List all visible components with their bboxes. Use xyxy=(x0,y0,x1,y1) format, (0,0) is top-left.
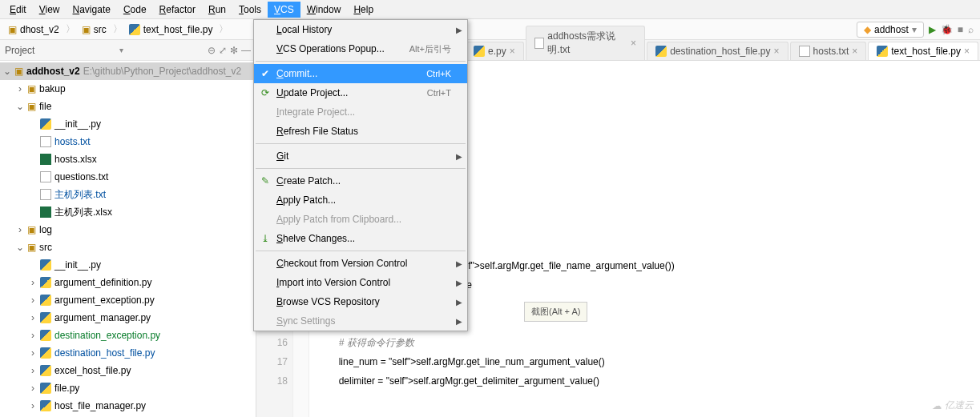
tree-item-log[interactable]: ›▣log xyxy=(0,221,256,239)
watermark: ☁ 亿速云 xyxy=(932,399,974,412)
tree-item-label: argument_exception.py xyxy=(54,295,155,306)
menu-view[interactable]: View xyxy=(33,2,67,18)
menu-edit[interactable]: Edit xyxy=(3,2,33,18)
tree-item-hosts.txt[interactable]: hosts.txt xyxy=(0,133,256,150)
close-icon[interactable]: × xyxy=(774,46,780,57)
text-icon xyxy=(40,171,51,182)
menu-help[interactable]: Help xyxy=(347,2,380,18)
menu-separator xyxy=(256,168,466,169)
search-everywhere-button[interactable]: ⌕ xyxy=(968,24,974,35)
tree-item-destination_host_file.py[interactable]: ›destination_host_file.py xyxy=(0,344,256,362)
tree-item-argument_exception.py[interactable]: ›argument_exception.py xyxy=(0,291,256,309)
collapse-all-icon[interactable]: ⊖ xyxy=(208,45,216,56)
tab-text_host_file.py[interactable]: text_host_file.py× xyxy=(868,42,978,60)
menu-refactor[interactable]: Refactor xyxy=(153,2,202,18)
tab-destination_host_file.py[interactable]: destination_host_file.py× xyxy=(647,42,788,60)
tab-label: addhosts需求说明.txt xyxy=(547,30,627,57)
tree-item-destination_exception.py[interactable]: ›destination_exception.py xyxy=(0,327,256,344)
breadcrumb-src[interactable]: ▣ src xyxy=(77,22,111,37)
chevron-down-icon: ⌄ xyxy=(3,66,11,77)
run-button[interactable]: ▶ xyxy=(929,24,936,35)
vcs-dropdown: Local History▶VCS Operations Popup...Alt… xyxy=(253,19,468,331)
stop-button[interactable]: ■ xyxy=(958,24,963,35)
chevron-icon: › xyxy=(29,277,37,288)
menu-vcs[interactable]: VCS xyxy=(268,2,300,18)
tree-item-__init__.py[interactable]: __init__.py xyxy=(0,256,256,274)
menu-run[interactable]: Run xyxy=(202,2,232,18)
project-root-row[interactable]: ⌄ ▣ addhost_v2 E:\github\Python_Project\… xyxy=(0,62,256,80)
tree-item-label: bakup xyxy=(39,83,66,94)
menu-item-local-history[interactable]: Local History▶ xyxy=(254,20,467,39)
menu-item-import-into-version-control[interactable]: Import into Version Control▶ xyxy=(254,273,467,292)
tree-item-label: 主机列表.xlsx xyxy=(54,206,112,219)
tree-item-label: destination_exception.py xyxy=(54,330,160,341)
close-icon[interactable]: × xyxy=(852,46,857,57)
menu-item-checkout-from-version-control[interactable]: Checkout from Version Control▶ xyxy=(254,254,467,273)
breadcrumb-file[interactable]: text_host_file.py xyxy=(124,22,218,37)
tree-item-file.py[interactable]: ›file.py xyxy=(0,379,256,397)
tree-item-label: hosts.xlsx xyxy=(54,154,97,165)
tree-item-__init__.py[interactable]: __init__.py xyxy=(0,115,256,133)
close-icon[interactable]: × xyxy=(510,46,515,57)
chevron-icon: › xyxy=(29,295,37,306)
python-icon xyxy=(40,259,51,271)
chevron-down-icon: ▾ xyxy=(912,24,917,35)
menu-tools[interactable]: Tools xyxy=(232,2,268,18)
run-toolbar: ◆ addhost ▾ ▶ 🐞 ■ ⌕ xyxy=(857,22,980,38)
menu-item-apply-patch-[interactable]: Apply Patch... xyxy=(254,190,467,210)
menu-item-label: Apply Patch from Clipboard... xyxy=(276,214,401,225)
project-root-name: addhost_v2 xyxy=(26,66,80,77)
menu-item-vcs-operations-popup-[interactable]: VCS Operations Popup...Alt+后引号 xyxy=(254,39,467,58)
tab-hosts.txt[interactable]: hosts.txt× xyxy=(790,42,867,60)
python-icon xyxy=(40,400,51,411)
tree-item-主机列表.xlsx[interactable]: 主机列表.xlsx xyxy=(0,203,256,221)
tree-item-hosts.xlsx[interactable]: hosts.xlsx xyxy=(0,150,256,168)
run-config-selector[interactable]: ◆ addhost ▾ xyxy=(857,22,924,38)
chevron-icon: › xyxy=(29,330,37,341)
menu-code[interactable]: Code xyxy=(117,2,153,18)
folder-icon: ▣ xyxy=(27,242,36,253)
close-icon[interactable]: × xyxy=(631,38,636,49)
tree-item-questions.txt[interactable]: questions.txt xyxy=(0,168,256,186)
tree-item-argument_definition.py[interactable]: ›argument_definition.py xyxy=(0,274,256,291)
menu-window[interactable]: Window xyxy=(300,2,348,18)
folder-icon: ▣ xyxy=(27,101,36,112)
menu-item-shelve-changes-[interactable]: ⤓Shelve Changes... xyxy=(254,229,467,248)
debug-button[interactable]: 🐞 xyxy=(941,24,953,35)
tree-item-argument_manager.py[interactable]: ›argument_manager.py xyxy=(0,309,256,327)
menu-item-integrate-project-: Integrate Project... xyxy=(254,102,467,122)
hide-icon[interactable]: — xyxy=(241,45,251,56)
python-icon xyxy=(40,365,51,376)
menu-item-update-project-[interactable]: ⟳Update Project...Ctrl+T xyxy=(254,83,467,102)
close-icon[interactable]: × xyxy=(964,46,970,57)
menu-shortcut: Alt+后引号 xyxy=(409,43,451,55)
expand-icon[interactable]: ⤢ xyxy=(219,45,227,56)
tree-item-src[interactable]: ⌄▣src xyxy=(0,239,256,256)
menu-navigate[interactable]: Navigate xyxy=(67,2,117,18)
tree-item-bakup[interactable]: ›▣bakup xyxy=(0,80,256,98)
menu-item-commit-[interactable]: ✔Commit...Ctrl+K xyxy=(254,64,467,83)
tree-item-host_file_manager.py[interactable]: ›host_file_manager.py xyxy=(0,397,256,415)
menu-item-label: Commit... xyxy=(276,68,317,79)
tree-item-excel_host_file.py[interactable]: ›excel_host_file.py xyxy=(0,362,256,379)
tree-item-主机列表.txt[interactable]: 主机列表.txt xyxy=(0,186,256,203)
breadcrumb-project[interactable]: ▣ dhost_v2 xyxy=(3,22,64,37)
folder-icon: ▣ xyxy=(8,24,17,35)
menu-item-create-patch-[interactable]: ✎Create Patch... xyxy=(254,171,467,190)
gear-icon[interactable]: ✻ xyxy=(230,45,238,56)
menu-item-refresh-file-status[interactable]: Refresh File Status xyxy=(254,122,467,141)
menu-item-git[interactable]: Git▶ xyxy=(254,146,467,166)
menu-item-browse-vcs-repository[interactable]: Browse VCS Repository▶ xyxy=(254,292,467,311)
tab-addhosts需求说明.txt[interactable]: addhosts需求说明.txt× xyxy=(526,26,645,60)
submenu-arrow-icon: ▶ xyxy=(456,279,462,287)
submenu-arrow-icon: ▶ xyxy=(456,26,462,34)
python-icon xyxy=(40,295,51,306)
submenu-arrow-icon: ▶ xyxy=(456,152,462,161)
chevron-down-icon[interactable]: ▾ xyxy=(119,46,123,54)
tree-item-file[interactable]: ⌄▣file xyxy=(0,98,256,115)
tab-e.py[interactable]: e.py× xyxy=(465,42,524,60)
excel-icon xyxy=(40,154,51,165)
menu-item-label: Checkout from Version Control xyxy=(276,258,407,269)
tree-item-label: host_file_manager.py xyxy=(54,400,146,411)
tree-item-label: 主机列表.txt xyxy=(54,188,106,202)
